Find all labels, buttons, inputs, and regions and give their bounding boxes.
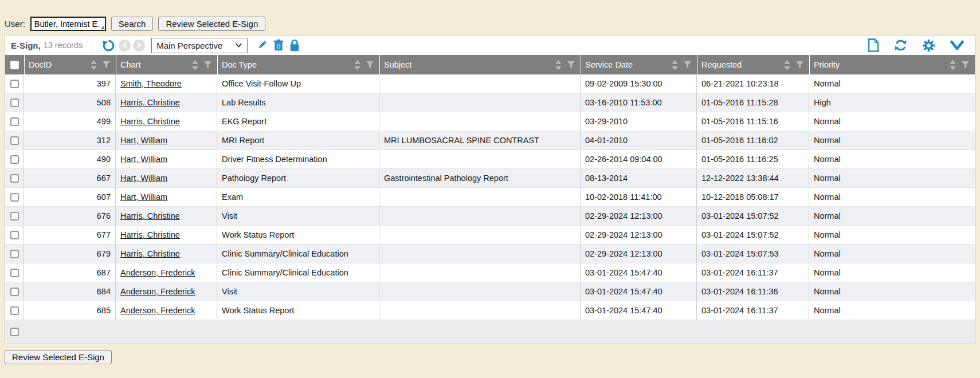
table-row[interactable]: 607 Hart, William Exam 10-02-2018 11:41:…: [5, 188, 975, 207]
row-checkbox[interactable]: [10, 174, 19, 183]
table-row[interactable]: 499 Harris, Christine EKG Report 03-29-2…: [5, 112, 975, 131]
table-row[interactable]: 676 Harris, Christine Visit 02-29-2024 1…: [5, 207, 975, 226]
column-header-requested[interactable]: Requested: [697, 55, 809, 74]
chart-link[interactable]: Anderson, Frederick: [120, 287, 195, 296]
table-row[interactable]: 677 Harris, Christine Work Status Report…: [5, 226, 975, 245]
doctype-cell: Clinic Summary/Clinical Education: [217, 263, 379, 282]
row-checkbox[interactable]: [10, 117, 19, 126]
column-header-priority[interactable]: Priority: [809, 55, 975, 74]
table-row[interactable]: 490 Hart, William Driver Fitness Determi…: [5, 150, 975, 169]
table-row[interactable]: 397 Smith, Theodore Office Visit-Follow …: [5, 74, 975, 93]
user-input[interactable]: [30, 17, 106, 31]
chart-cell: Harris, Christine: [116, 226, 217, 244]
chart-link[interactable]: Hart, William: [120, 192, 167, 202]
delete-trash-icon[interactable]: [273, 39, 284, 52]
row-checkbox[interactable]: [10, 99, 19, 107]
row-checkbox[interactable]: [10, 193, 19, 202]
row-checkbox[interactable]: [10, 269, 19, 277]
lock-icon[interactable]: [289, 39, 300, 52]
sort-icon[interactable]: [555, 60, 562, 70]
requested-cell: 06-21-2021 10:23:18: [697, 74, 809, 93]
chart-link[interactable]: Hart, William: [120, 136, 167, 145]
docid-cell: 312: [24, 131, 116, 149]
row-checkbox[interactable]: [10, 231, 19, 239]
check-chevron-icon[interactable]: [950, 40, 964, 50]
undo-icon[interactable]: [102, 39, 115, 52]
sort-icon[interactable]: [192, 60, 198, 70]
column-header-subject[interactable]: Subject: [379, 55, 581, 74]
chart-link[interactable]: Smith, Theodore: [120, 79, 182, 88]
chart-link[interactable]: Harris, Christine: [120, 98, 180, 107]
row-select-cell: [5, 263, 24, 282]
chart-link[interactable]: Harris, Christine: [120, 117, 180, 126]
perspective-select[interactable]: Main Perspective: [151, 38, 248, 53]
table-row[interactable]: 312 Hart, William MRI Report MRI LUMBOSA…: [5, 131, 975, 150]
row-select-cell: [5, 245, 24, 263]
doctype-cell: Work Status Report: [217, 301, 379, 320]
column-header-service-date[interactable]: Service Date: [581, 55, 697, 74]
row-select-cell: [5, 226, 24, 244]
sort-icon[interactable]: [784, 60, 790, 70]
review-selected-esign-button-bottom[interactable]: Review Selected E-Sign: [5, 350, 112, 364]
table-row[interactable]: 687 Anderson, Frederick Clinic Summary/C…: [5, 263, 975, 282]
row-checkbox[interactable]: [10, 288, 19, 296]
chart-cell: Harris, Christine: [116, 93, 217, 112]
doctype-cell: Exam: [217, 188, 379, 206]
priority-cell: Normal: [809, 282, 975, 301]
table-row[interactable]: 667 Hart, William Pathology Report Gastr…: [5, 169, 975, 188]
filter-icon[interactable]: [203, 61, 212, 69]
chart-link[interactable]: Anderson, Frederick: [120, 306, 195, 315]
column-header-chart[interactable]: Chart: [116, 55, 217, 74]
column-header-doc-type[interactable]: Doc Type: [217, 55, 379, 74]
table-row[interactable]: 685 Anderson, Frederick Work Status Repo…: [5, 301, 975, 320]
filter-icon[interactable]: [961, 61, 970, 69]
chart-link[interactable]: Harris, Christine: [120, 230, 180, 239]
subject-cell: [379, 301, 581, 320]
sort-icon[interactable]: [354, 60, 360, 70]
column-header-icons: [555, 60, 577, 70]
refresh-icon[interactable]: [894, 39, 907, 52]
sort-icon[interactable]: [950, 60, 956, 70]
chart-link[interactable]: Harris, Christine: [120, 249, 180, 258]
row-checkbox[interactable]: [10, 155, 19, 164]
row-checkbox[interactable]: [10, 250, 19, 258]
chevron-down-icon: [235, 43, 242, 48]
requested-cell: 12-12-2022 13:38:44: [697, 169, 809, 187]
footer-row-checkbox[interactable]: [10, 328, 19, 336]
row-checkbox[interactable]: [10, 80, 19, 88]
doctype-cell: Pathology Report: [217, 169, 379, 187]
filter-icon[interactable]: [683, 61, 692, 69]
sort-icon[interactable]: [91, 60, 97, 70]
back-icon[interactable]: [119, 40, 131, 52]
table-row[interactable]: 508 Harris, Christine Lab Results 03-16-…: [5, 93, 975, 112]
select-all-cell: [5, 55, 24, 74]
chart-cell: Anderson, Frederick: [116, 263, 217, 282]
review-selected-esign-button-top[interactable]: Review Selected E-Sign: [158, 17, 265, 31]
priority-cell: Normal: [809, 188, 975, 206]
chart-link[interactable]: Hart, William: [120, 174, 167, 183]
settings-gear-icon[interactable]: [922, 39, 935, 52]
doctype-cell: Clinic Summary/Clinical Education: [217, 245, 379, 263]
chart-link[interactable]: Harris, Christine: [120, 211, 180, 220]
table-row[interactable]: 684 Anderson, Frederick Visit 03-01-2024…: [5, 282, 975, 301]
filter-icon[interactable]: [102, 61, 111, 69]
row-checkbox[interactable]: [10, 212, 19, 220]
forward-icon[interactable]: [133, 40, 145, 52]
filter-icon[interactable]: [795, 61, 804, 69]
filter-icon[interactable]: [366, 61, 374, 69]
table-row[interactable]: 679 Harris, Christine Clinic Summary/Cli…: [5, 245, 975, 263]
column-header-docid[interactable]: DocID: [24, 55, 116, 74]
new-document-icon[interactable]: [868, 38, 879, 52]
chart-link[interactable]: Hart, William: [120, 155, 167, 164]
requested-cell: 03-01-2024 16:11:37: [697, 263, 809, 282]
service-date-cell: 09-02-2009 15:30:00: [581, 74, 697, 93]
subject-cell: [379, 112, 581, 131]
row-checkbox[interactable]: [10, 306, 19, 315]
sort-icon[interactable]: [672, 60, 678, 70]
edit-pencil-icon[interactable]: [256, 39, 268, 52]
search-button[interactable]: Search: [111, 17, 154, 31]
select-all-checkbox[interactable]: [10, 61, 19, 69]
filter-icon[interactable]: [567, 61, 575, 69]
row-checkbox[interactable]: [10, 136, 19, 145]
chart-link[interactable]: Anderson, Frederick: [120, 268, 195, 277]
